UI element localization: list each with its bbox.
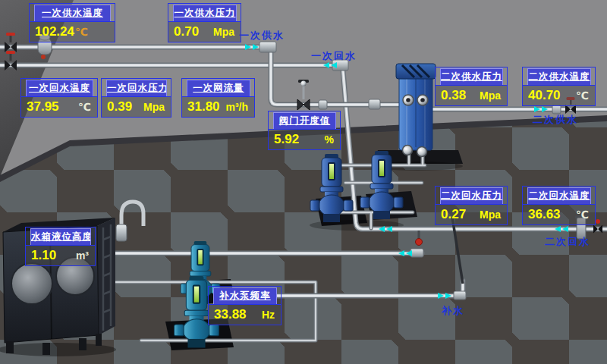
gauge-primary-supply-pressure: 一次供水压力 0.70 Mpa (168, 3, 241, 42)
gauge-unit: Hz (262, 309, 275, 321)
gauge-value: 31.80 (187, 99, 220, 115)
gauge-unit: ℃ (576, 209, 589, 221)
gauge-secondary-supply-temp: 二次供水温度 40.70 ℃ (522, 67, 596, 106)
gauge-makeup-pump-frequency: 补水泵频率 33.88 Hz (208, 286, 281, 325)
gauge-value: 102.24 (35, 24, 74, 39)
gauge-value: 0.27 (441, 207, 466, 222)
gauge-unit: ℃ (75, 26, 88, 38)
gauge-tank-level: 水箱液位高度 1.10 m³ (25, 227, 96, 266)
gauge-label: 二次回水温度 (527, 187, 591, 204)
gauge-value: 36.63 (528, 207, 561, 222)
gauge-secondary-supply-pressure: 二次供水压力 0.38 Mpa (435, 67, 508, 106)
gauge-value: 0.70 (174, 24, 199, 39)
gauge-unit: Mpa (213, 26, 234, 38)
gauge-value: 37.95 (27, 99, 59, 115)
gauge-unit: ℃ (576, 89, 589, 102)
gauge-value: 33.88 (214, 307, 247, 322)
gauge-value: 40.70 (528, 88, 561, 103)
tank-manhole (11, 263, 52, 304)
pipe-label-secondary-return: 二次回水 (545, 235, 590, 249)
gauge-label: 水箱液位高度 (30, 228, 91, 245)
hmi-heating-station-screen: 一次供水温度 102.24 ℃ 一次供水压力 0.70 Mpa 一次回水温度 3… (0, 0, 607, 364)
gauge-unit: Mpa (480, 209, 501, 221)
gauge-primary-return-temp: 一次回水温度 37.95 ℃ (20, 78, 98, 118)
gauge-label: 二次供水温度 (527, 68, 591, 85)
gauge-label: 二次供水压力 (440, 68, 503, 85)
gauge-value: 0.38 (441, 88, 466, 103)
hx-port (417, 147, 427, 157)
pipe-label-primary-return: 一次回水 (311, 49, 357, 63)
gauge-unit: m³ (76, 249, 89, 262)
gauge-label: 一次供水温度 (34, 5, 111, 21)
gauge-label: 一次网流量 (187, 80, 250, 96)
gauge-value: 1.10 (31, 248, 56, 263)
gauge-unit: m³/h (225, 101, 248, 113)
plant-scene (0, 0, 607, 364)
gauge-value: 0.39 (107, 99, 132, 115)
gauge-label: 二次回水压力 (440, 187, 503, 204)
gauge-label: 一次回水压力 (106, 80, 167, 96)
gauge-value: 5.92 (274, 132, 299, 147)
pipe-label-secondary-supply: 二次供水 (533, 113, 578, 127)
pipe-label-primary-supply: 一次供水 (239, 29, 285, 42)
gauge-unit: ℃ (78, 101, 91, 113)
gauge-unit: Mpa (480, 89, 501, 102)
gauge-unit: % (325, 133, 334, 146)
gauge-unit: Mpa (143, 101, 165, 113)
gauge-secondary-return-temp: 二次回水温度 36.63 ℃ (522, 186, 596, 225)
hx-port (403, 146, 413, 155)
gauge-primary-return-pressure: 一次回水压力 0.39 Mpa (101, 78, 171, 118)
plate-heat-exchanger[interactable] (396, 64, 436, 157)
drain-valve[interactable] (416, 231, 423, 246)
water-tank[interactable] (3, 202, 143, 355)
gauge-primary-supply-temp: 一次供水温度 102.24 ℃ (29, 3, 115, 42)
gauge-label: 一次回水温度 (26, 80, 93, 96)
gauge-label: 一次供水压力 (173, 5, 237, 21)
pipe-label-makeup-water: 补水 (442, 304, 464, 318)
gauge-primary-flow: 一次网流量 31.80 m³/h (181, 78, 255, 118)
gauge-valve-opening: 阀门开度值 5.92 % (268, 111, 341, 150)
gauge-label: 补水泵频率 (213, 287, 277, 304)
gauge-secondary-return-pressure: 二次回水压力 0.27 Mpa (435, 186, 508, 225)
gauge-label: 阀门开度值 (273, 112, 336, 129)
